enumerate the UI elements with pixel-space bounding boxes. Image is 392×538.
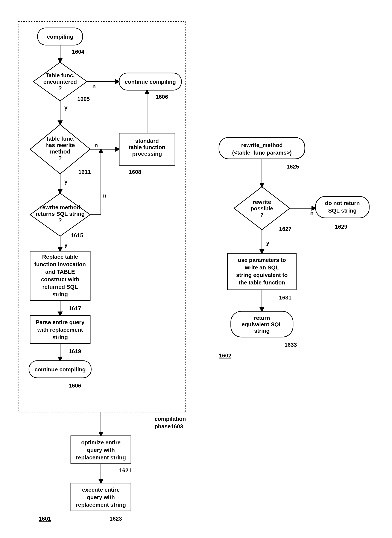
node-compiling: compiling <box>37 28 83 45</box>
node-continue-1606b: continue compiling <box>29 361 91 378</box>
d2-y: y <box>64 178 68 185</box>
d2-ref: 1611 <box>78 169 91 175</box>
node-parse-1619: Parse entire query with replacement stri… <box>30 316 90 343</box>
svg-text:query with: query with <box>87 447 115 453</box>
decision-1615: rewrite method returns SQL string ? <box>30 193 90 236</box>
svg-text:table function: table function <box>129 144 165 150</box>
d3-ref: 1615 <box>71 232 83 239</box>
svg-text:returns SQL string: returns SQL string <box>35 211 84 217</box>
node-std-1608: standard table function processing <box>119 133 175 165</box>
d2-n: n <box>94 142 98 148</box>
svg-text:replacement string: replacement string <box>76 454 126 461</box>
svg-text:equivalent SQL: equivalent SQL <box>242 321 282 327</box>
svg-text:processing: processing <box>132 150 162 157</box>
d3-n: n <box>103 192 107 199</box>
svg-text:and TABLE: and TABLE <box>45 269 75 275</box>
svg-text:method: method <box>50 148 70 155</box>
svg-text:standard: standard <box>135 138 159 144</box>
decision-1611: Table func. has rewrite method ? <box>30 125 90 174</box>
edge <box>90 149 101 215</box>
svg-text:string: string <box>254 327 270 334</box>
decision-1627: rewrite possible ? <box>234 187 290 230</box>
r-d1-ref: 1627 <box>279 226 292 232</box>
exec-ref: 1623 <box>109 515 122 522</box>
replace-ref: 1617 <box>69 305 81 312</box>
svg-text:Parse entire query: Parse entire query <box>36 319 84 325</box>
svg-rect-46 <box>316 196 369 218</box>
node-rewrite-start: rewrite_method (<table_func params>) <box>219 137 305 159</box>
svg-text:query with: query with <box>87 494 115 501</box>
cont2-ref: 1606 <box>69 382 81 389</box>
svg-text:Table func.: Table func. <box>46 72 75 79</box>
d1-ref: 1605 <box>77 96 90 102</box>
node-opt-1621: optimize entire query with replacement s… <box>71 436 131 464</box>
svg-text:has rewrite: has rewrite <box>45 142 75 148</box>
svg-text:use parameters to: use parameters to <box>238 257 286 263</box>
svg-text:?: ? <box>260 212 264 218</box>
cont1-label: continue compiling <box>125 79 176 85</box>
svg-text:?: ? <box>58 155 62 161</box>
r-start-ref: 1625 <box>287 163 299 170</box>
phase-label-1: compilation <box>154 416 186 422</box>
right-fig-ref: 1602 <box>219 352 231 359</box>
svg-text:optimize entire: optimize entire <box>81 439 121 446</box>
svg-text:?: ? <box>58 85 62 91</box>
svg-text:do not return: do not return <box>325 200 360 206</box>
phase-label-2: phase1603 <box>154 423 183 430</box>
cont2-label: continue compiling <box>35 366 86 373</box>
ret-ref: 1633 <box>285 342 297 348</box>
d1-n: n <box>92 83 96 89</box>
decision-1605: Table func. encountered ? <box>33 62 87 101</box>
opt-ref: 1621 <box>119 467 132 474</box>
node-ret-1633: return equivalent SQL string <box>231 311 293 337</box>
compiling-ref: 1604 <box>72 48 84 55</box>
svg-text:SQL string: SQL string <box>328 207 357 214</box>
svg-text:encountered: encountered <box>43 79 77 85</box>
parse-ref: 1619 <box>69 348 81 355</box>
svg-text:Table func.: Table func. <box>46 136 75 142</box>
std-ref: 1608 <box>129 169 141 175</box>
svg-text:(<table_func params>): (<table_func params>) <box>232 150 292 156</box>
cont1-ref: 1606 <box>156 94 168 100</box>
left-fig-ref: 1601 <box>39 515 51 522</box>
svg-text:return: return <box>254 315 270 321</box>
node-use-1631: use parameters to write an SQL string eq… <box>228 253 296 290</box>
d3-y: y <box>64 242 68 248</box>
svg-text:string: string <box>52 291 68 298</box>
svg-text:replacement string: replacement string <box>76 501 126 508</box>
node-noret-1629: do not return SQL string <box>316 196 369 218</box>
node-exec-1623: execute entire query with replacement st… <box>71 483 131 511</box>
svg-text:possible: possible <box>251 205 273 212</box>
d1-y: y <box>64 104 68 111</box>
svg-text:execute entire: execute entire <box>82 487 120 493</box>
noret-ref: 1629 <box>335 224 347 230</box>
svg-text:string equivalent to: string equivalent to <box>236 272 288 278</box>
svg-text:Replace table: Replace table <box>42 253 78 260</box>
compiling-label: compiling <box>47 33 73 40</box>
svg-text:with replacement: with replacement <box>37 327 83 333</box>
svg-text:returned SQL: returned SQL <box>42 284 78 290</box>
svg-text:the table function: the table function <box>239 279 285 286</box>
svg-text:?: ? <box>58 217 62 224</box>
r-d1-n: n <box>310 210 314 216</box>
svg-text:write an SQL: write an SQL <box>245 264 279 271</box>
node-replace-1617: Replace table function invocation and TA… <box>30 251 90 300</box>
svg-text:string: string <box>52 334 68 341</box>
use-ref: 1631 <box>279 294 292 301</box>
svg-text:rewrite_method: rewrite_method <box>241 142 283 148</box>
svg-text:construct with: construct with <box>41 276 79 282</box>
svg-text:rewrite: rewrite <box>253 199 271 205</box>
r-d1-y: y <box>266 240 269 246</box>
node-continue-1606: continue compiling <box>119 73 181 90</box>
svg-text:function invocation: function invocation <box>34 261 86 267</box>
svg-text:rewrite method: rewrite method <box>40 204 80 211</box>
